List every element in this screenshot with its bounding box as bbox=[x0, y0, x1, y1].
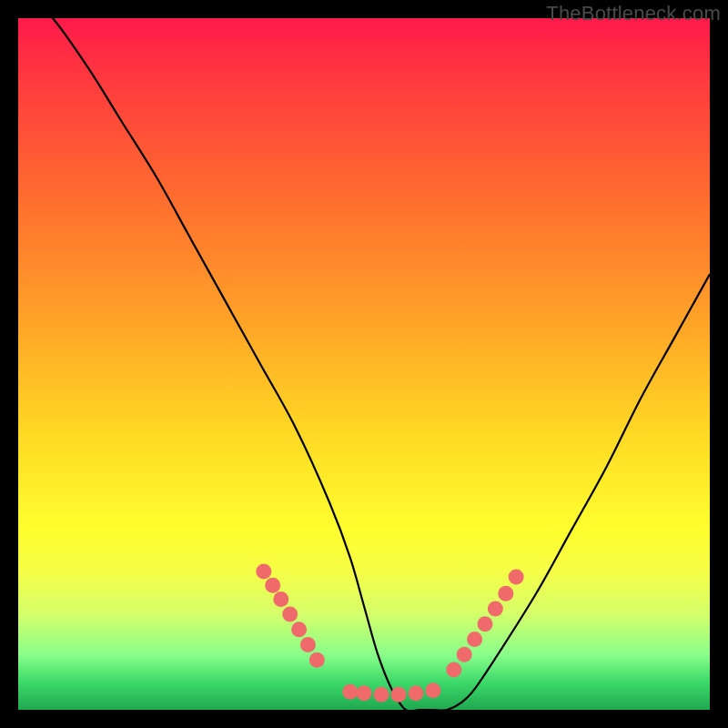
data-point bbox=[488, 602, 503, 617]
data-point bbox=[426, 682, 441, 698]
data-point bbox=[478, 616, 493, 632]
data-point bbox=[374, 687, 389, 703]
data-points-group bbox=[256, 564, 523, 703]
data-point bbox=[309, 652, 325, 668]
data-point bbox=[256, 564, 271, 580]
bottleneck-curve bbox=[18, 0, 710, 712]
data-point bbox=[498, 586, 513, 602]
data-point bbox=[391, 687, 407, 703]
chart-frame: TheBottleneck.com bbox=[0, 0, 728, 728]
data-point bbox=[300, 637, 316, 652]
watermark-label: TheBottleneck.com bbox=[546, 2, 721, 25]
plot-area bbox=[18, 18, 710, 710]
data-point bbox=[357, 685, 372, 701]
chart-svg bbox=[18, 18, 710, 710]
data-point bbox=[342, 684, 358, 700]
data-point bbox=[457, 647, 472, 662]
data-point bbox=[446, 662, 461, 677]
data-point bbox=[291, 622, 307, 637]
data-point bbox=[509, 570, 524, 585]
data-point bbox=[273, 592, 288, 607]
data-point bbox=[265, 578, 280, 593]
data-point bbox=[282, 607, 298, 622]
data-point bbox=[467, 632, 482, 647]
data-point bbox=[409, 685, 424, 701]
